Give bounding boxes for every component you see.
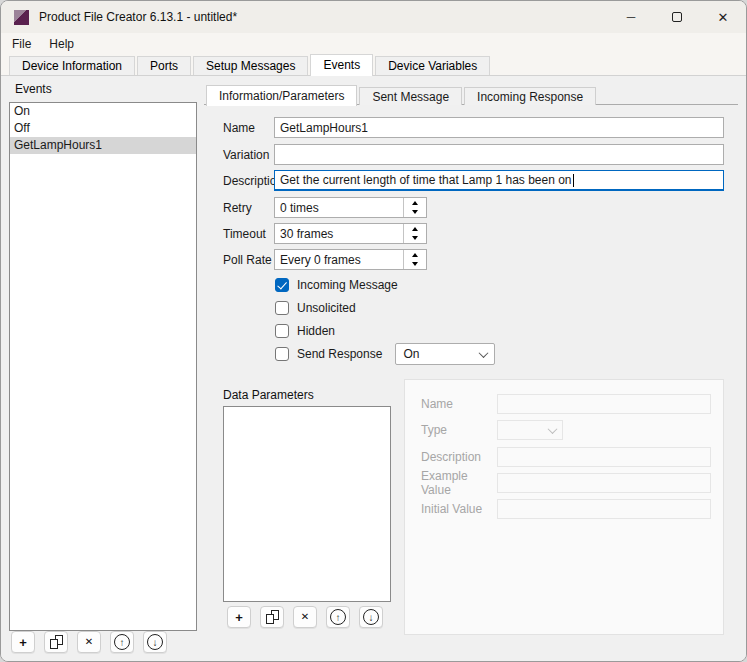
detail-tab-bar: Information/Parameters Sent Message Inco… xyxy=(206,85,598,105)
name-input[interactable]: GetLampHours1 xyxy=(274,117,724,138)
delete-icon: ✕ xyxy=(301,612,309,622)
hidden-checkbox[interactable] xyxy=(275,324,289,338)
parameter-details-panel: Name Type Description Example Value Init… xyxy=(404,379,724,635)
duplicate-icon xyxy=(50,635,63,649)
timeout-stepper[interactable]: 30 frames xyxy=(274,223,427,244)
spin-up-icon xyxy=(412,253,418,257)
variation-label: Variation xyxy=(223,148,274,162)
data-parameters-list[interactable] xyxy=(223,406,391,602)
param-type-dropdown xyxy=(497,420,563,440)
title-bar: Product File Creator 6.13.1 - untitled* … xyxy=(1,1,746,33)
move-event-up-button[interactable]: ↑ xyxy=(110,631,134,653)
move-parameter-up-button[interactable]: ↑ xyxy=(326,606,350,628)
hidden-label: Hidden xyxy=(297,324,335,338)
param-initial-value-label: Initial Value xyxy=(421,502,497,516)
events-page: Events On Off GetLampHours1 + ✕ ↑ ↓ Info… xyxy=(1,76,746,661)
duplicate-parameter-button[interactable] xyxy=(260,606,284,628)
spin-down-icon xyxy=(412,236,418,240)
unsolicited-label: Unsolicited xyxy=(297,301,356,315)
move-event-down-button[interactable]: ↓ xyxy=(143,631,167,653)
name-label: Name xyxy=(223,121,274,135)
retry-label: Retry xyxy=(223,201,274,215)
description-input[interactable]: Get the current length of time that Lamp… xyxy=(274,170,724,191)
duplicate-event-button[interactable] xyxy=(44,631,68,653)
tab-ports[interactable]: Ports xyxy=(137,56,191,75)
send-response-label: Send Response xyxy=(297,347,382,361)
app-window: Product File Creator 6.13.1 - untitled* … xyxy=(0,0,747,662)
menu-help[interactable]: Help xyxy=(40,33,83,54)
minimize-button[interactable]: ─ xyxy=(608,1,654,33)
plus-icon: + xyxy=(235,611,243,624)
tab-device-variables[interactable]: Device Variables xyxy=(375,56,490,75)
chevron-down-icon xyxy=(479,348,489,358)
timeout-label: Timeout xyxy=(223,227,274,241)
menu-file[interactable]: File xyxy=(3,33,40,54)
param-type-label: Type xyxy=(421,423,497,437)
tab-sent-message[interactable]: Sent Message xyxy=(359,87,462,105)
menu-bar: File Help xyxy=(1,33,746,54)
list-item[interactable]: On xyxy=(10,103,196,120)
delete-event-button[interactable]: ✕ xyxy=(77,631,101,653)
data-parameters-label: Data Parameters xyxy=(223,388,314,402)
spin-down-icon xyxy=(412,262,418,266)
plus-icon: + xyxy=(19,636,27,649)
spin-up-button[interactable] xyxy=(404,250,426,260)
tab-events[interactable]: Events xyxy=(310,54,373,76)
arrow-up-icon: ↑ xyxy=(330,609,346,625)
main-tab-bar: Device Information Ports Setup Messages … xyxy=(1,54,746,76)
chevron-down-icon xyxy=(548,424,558,434)
spin-down-button[interactable] xyxy=(404,208,426,218)
text-caret xyxy=(573,174,574,187)
app-icon xyxy=(14,10,29,25)
spin-up-button[interactable] xyxy=(404,198,426,208)
description-label: Description xyxy=(223,174,274,188)
delete-icon: ✕ xyxy=(85,637,93,647)
events-list-toolbar: + ✕ ↑ ↓ xyxy=(11,631,167,653)
spin-up-icon xyxy=(412,227,418,231)
variation-input[interactable] xyxy=(274,144,724,165)
events-list[interactable]: On Off GetLampHours1 xyxy=(9,102,197,631)
param-description-input xyxy=(497,447,711,467)
list-item[interactable]: GetLampHours1 xyxy=(10,137,196,154)
window-title: Product File Creator 6.13.1 - untitled* xyxy=(39,10,237,24)
tab-device-information[interactable]: Device Information xyxy=(9,56,135,75)
send-response-dropdown[interactable]: On xyxy=(395,343,495,365)
maximize-button[interactable] xyxy=(654,1,700,33)
param-example-value-label: Example Value xyxy=(421,469,497,497)
close-button[interactable]: ✕ xyxy=(700,1,746,33)
delete-parameter-button[interactable]: ✕ xyxy=(293,606,317,628)
param-name-label: Name xyxy=(421,397,497,411)
arrow-up-icon: ↑ xyxy=(114,634,130,650)
param-description-label: Description xyxy=(421,450,497,464)
move-parameter-down-button[interactable]: ↓ xyxy=(359,606,383,628)
send-response-checkbox[interactable] xyxy=(275,347,289,361)
data-parameters-toolbar: + ✕ ↑ ↓ xyxy=(227,606,383,628)
poll-rate-label: Poll Rate xyxy=(223,253,274,267)
tab-setup-messages[interactable]: Setup Messages xyxy=(193,56,308,75)
arrow-down-icon: ↓ xyxy=(147,634,163,650)
incoming-message-checkbox[interactable] xyxy=(275,278,289,292)
incoming-message-label: Incoming Message xyxy=(297,278,398,292)
spin-up-icon xyxy=(412,201,418,205)
spin-up-button[interactable] xyxy=(404,224,426,234)
duplicate-icon xyxy=(266,610,279,624)
unsolicited-checkbox[interactable] xyxy=(275,301,289,315)
tab-incoming-response[interactable]: Incoming Response xyxy=(464,87,596,105)
spin-down-button[interactable] xyxy=(404,234,426,244)
window-controls: ─ ✕ xyxy=(608,1,746,33)
maximize-icon xyxy=(672,12,682,22)
list-item[interactable]: Off xyxy=(10,120,196,137)
add-event-button[interactable]: + xyxy=(11,631,35,653)
arrow-down-icon: ↓ xyxy=(363,609,379,625)
add-parameter-button[interactable]: + xyxy=(227,606,251,628)
tab-information-parameters[interactable]: Information/Parameters xyxy=(206,85,357,106)
param-name-input xyxy=(497,394,711,414)
param-initial-value-input xyxy=(497,499,711,519)
param-example-value-input xyxy=(497,473,711,493)
poll-rate-stepper[interactable]: Every 0 frames xyxy=(274,249,427,270)
spin-down-button[interactable] xyxy=(404,260,426,270)
events-list-label: Events xyxy=(15,82,52,96)
spin-down-icon xyxy=(412,210,418,214)
retry-stepper[interactable]: 0 times xyxy=(274,197,427,218)
